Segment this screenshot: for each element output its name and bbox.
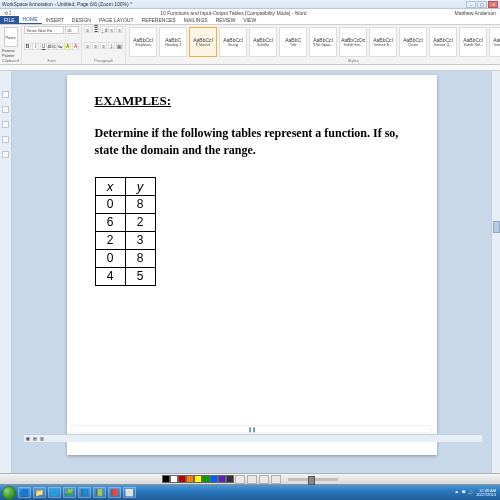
style-strong[interactable]: AaBbCcIStrong	[219, 27, 247, 57]
styles-label: Styles	[128, 58, 500, 63]
taskbar-app[interactable]: 🟦	[18, 487, 31, 498]
taskbar-app[interactable]: 📁	[33, 487, 46, 498]
style-emphasis[interactable]: AaBbCcIEmphasis	[129, 27, 157, 57]
style-intense-e-[interactable]: AaBbCcIIntense E...	[369, 27, 397, 57]
tab-home[interactable]: HOME	[19, 15, 42, 24]
tool-pen[interactable]	[2, 106, 9, 113]
taskbar-app[interactable]: 📗	[93, 487, 106, 498]
start-button[interactable]	[2, 486, 16, 500]
color-swatch[interactable]	[170, 475, 178, 483]
tab-pagelayout[interactable]: PAGE LAYOUT	[95, 16, 138, 24]
table-row: 45	[95, 267, 155, 285]
shading-button[interactable]: ▦	[116, 42, 123, 49]
close-button[interactable]: ✕	[488, 1, 498, 8]
tool-text[interactable]	[2, 151, 9, 158]
italic-button[interactable]: I	[32, 43, 39, 50]
tool-eraser[interactable]	[2, 136, 9, 143]
anno-line-button[interactable]	[247, 475, 257, 484]
color-swatch[interactable]	[186, 475, 194, 483]
tool-pointer[interactable]	[2, 91, 9, 98]
cell-x: 0	[95, 249, 125, 267]
account-name[interactable]: Matthew Anderson	[455, 10, 496, 16]
strike-button[interactable]: abc	[48, 43, 55, 50]
tab-view[interactable]: VIEW	[239, 16, 260, 24]
anno-grid-button[interactable]	[259, 475, 269, 484]
tab-insert[interactable]: INSERT	[42, 16, 68, 24]
table-row: 08	[95, 195, 155, 213]
align-left-button[interactable]: ≡	[84, 42, 91, 49]
ribbon-tabs: FILE HOME INSERT DESIGN PAGE LAYOUT REFE…	[0, 16, 500, 25]
font-name-select[interactable]: Times New Ro	[24, 26, 64, 34]
tab-mailings[interactable]: MAILINGS	[180, 16, 212, 24]
tab-file[interactable]: FILE	[0, 16, 19, 24]
document-title: 10 Functions and Input-Output Tables [Co…	[12, 10, 454, 16]
view-print-icon[interactable]: ▦	[26, 436, 30, 441]
color-swatch[interactable]	[226, 475, 234, 483]
highlight-button[interactable]: A	[64, 43, 71, 50]
bullets-button[interactable]: ≡	[84, 26, 91, 33]
vertical-scrollbar[interactable]	[491, 71, 500, 477]
windows-taskbar: 🟦📁🌐🧩📘📗📕⬜ ⚑ ▀ 🔊 12:40 AM 10/27/2014	[0, 485, 500, 500]
system-tray[interactable]: ⚑ ▀ 🔊 12:40 AM 10/27/2014	[455, 489, 498, 497]
align-right-button[interactable]: ≡	[100, 42, 107, 49]
tray-flag-icon[interactable]: ⚑	[455, 490, 459, 495]
font-label: Font	[24, 58, 79, 63]
tab-review[interactable]: REVIEW	[212, 16, 240, 24]
align-center-button[interactable]: ≡	[92, 42, 99, 49]
font-color-button[interactable]: A	[72, 43, 79, 50]
font-size-select[interactable]: 26	[65, 26, 79, 34]
anno-shape-button[interactable]	[235, 475, 245, 484]
clock[interactable]: 12:40 AM 10/27/2014	[476, 489, 496, 497]
anno-thickness-slider[interactable]	[288, 478, 338, 481]
style-heading-1[interactable]: AaBbCHeading 1	[159, 27, 187, 57]
tray-volume-icon[interactable]: 🔊	[468, 490, 473, 495]
taskbar-app[interactable]: 📘	[78, 487, 91, 498]
multilevel-button[interactable]: ⋮≡	[100, 26, 107, 33]
style-title[interactable]: AaBbCTitle	[279, 27, 307, 57]
cell-x: 6	[95, 213, 125, 231]
color-swatch[interactable]	[194, 475, 202, 483]
workspace-title: WorkSpace Annotation - Untitled; Page 6/…	[2, 1, 132, 7]
view-read-icon[interactable]: ▤	[33, 436, 37, 441]
bold-button[interactable]: B	[24, 43, 31, 50]
document-area[interactable]: EXAMPLES: Determine if the following tab…	[12, 71, 491, 477]
tab-references[interactable]: REFERENCES	[138, 16, 180, 24]
tab-design[interactable]: DESIGN	[68, 16, 95, 24]
view-web-icon[interactable]: ▥	[40, 436, 44, 441]
taskbar-app[interactable]: ⬜	[123, 487, 136, 498]
style-subtle-ref-[interactable]: AaBbCcISubtle Ref...	[459, 27, 487, 57]
style-subtitle[interactable]: AaBbCcISubtitle	[249, 27, 277, 57]
taskbar-app[interactable]: 🌐	[48, 487, 61, 498]
style-intense-q-[interactable]: AaBbCcIIntense Q...	[429, 27, 457, 57]
color-swatch[interactable]	[178, 475, 186, 483]
minimize-button[interactable]: –	[466, 1, 476, 8]
paste-button[interactable]: Paste	[4, 27, 18, 47]
style-subtle-em-[interactable]: AaBbCcDcSubtle Em...	[339, 27, 367, 57]
cell-y: 2	[125, 213, 155, 231]
format-painter-button[interactable]: Format Painter	[2, 48, 19, 58]
style--no-spaci-[interactable]: AaBbCcI¶ No Spaci...	[309, 27, 337, 57]
underline-button[interactable]: U	[40, 43, 47, 50]
style-intense-r-[interactable]: AaBbCcIIntense R...	[489, 27, 500, 57]
tool-highlighter[interactable]	[2, 121, 9, 128]
indent-dec-button[interactable]: ≤	[108, 26, 115, 33]
style--normal[interactable]: AaBbCcI¶ Normal	[189, 27, 217, 57]
tray-network-icon[interactable]: ▀	[462, 490, 465, 495]
qat[interactable]: ⟲ ⤴	[4, 10, 12, 16]
color-swatch[interactable]	[210, 475, 218, 483]
taskbar-app[interactable]: 🧩	[63, 487, 76, 498]
subscript-button[interactable]: x₂	[56, 43, 63, 50]
numbering-button[interactable]: ≣	[92, 26, 99, 33]
color-swatch[interactable]	[162, 475, 170, 483]
maximize-button[interactable]: ▢	[477, 1, 487, 8]
color-swatch[interactable]	[218, 475, 226, 483]
anno-more-button[interactable]	[271, 475, 281, 484]
paragraph-label: Paragraph	[84, 58, 123, 63]
taskbar-app[interactable]: 📕	[108, 487, 121, 498]
scroll-thumb[interactable]	[493, 221, 500, 233]
style-quote[interactable]: AaBbCcIQuote	[399, 27, 427, 57]
cell-y: 8	[125, 249, 155, 267]
line-spacing-button[interactable]: ‡	[108, 42, 115, 49]
indent-inc-button[interactable]: ≥	[116, 26, 123, 33]
color-swatch[interactable]	[202, 475, 210, 483]
